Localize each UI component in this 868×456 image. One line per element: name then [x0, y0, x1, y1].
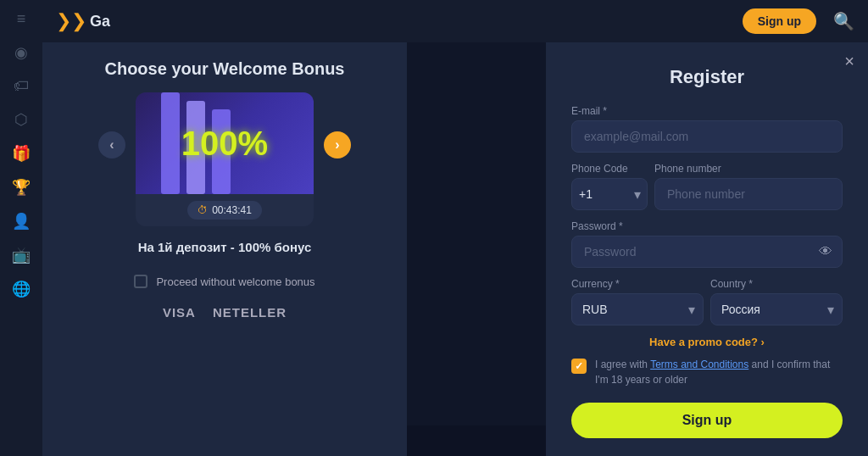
payment-logos: VISA NETELLER: [163, 305, 287, 320]
bonus-description: На 1й депозит - 100% бонус: [138, 240, 312, 254]
terms-text: I agree with Terms and Conditions and I …: [595, 357, 843, 387]
sidebar-casino-icon[interactable]: ⬡: [14, 110, 28, 129]
signup-button[interactable]: Sign up: [743, 8, 816, 34]
bonus-next-button[interactable]: ›: [324, 131, 351, 158]
bonus-prev-button[interactable]: ‹: [98, 131, 125, 158]
country-select-wrapper: Россия USA UK: [710, 293, 843, 325]
password-wrapper: 👁: [571, 236, 843, 268]
email-input[interactable]: [571, 120, 843, 153]
visa-logo: VISA: [163, 305, 196, 320]
password-input[interactable]: [571, 236, 843, 268]
sidebar: ≡ ◉ 🏷 ⬡ 🎁 🏆 👤 📺 🌐: [0, 0, 42, 456]
modal-close-button[interactable]: ×: [844, 53, 854, 70]
timer-value: 00:43:41: [212, 204, 252, 216]
sidebar-user-icon[interactable]: 👤: [12, 212, 31, 231]
proceed-row: Proceed without welcome bonus: [134, 275, 314, 288]
timer-icon: ⏱: [198, 204, 208, 216]
currency-label: Currency *: [571, 278, 704, 290]
register-modal: × Register E-mail * Phone Code +1 +7 +44: [546, 42, 868, 456]
register-modal-title: Register: [571, 66, 843, 88]
search-icon[interactable]: 🔍: [833, 11, 854, 31]
country-select[interactable]: Россия USA UK: [710, 293, 843, 325]
sidebar-gift-icon[interactable]: 🎁: [12, 144, 31, 163]
topbar: ❯❯ Ga Sign up 🔍: [42, 0, 868, 42]
sidebar-trophy-icon[interactable]: 🏆: [12, 178, 31, 197]
phone-number-input[interactable]: [654, 178, 843, 210]
phone-code-label: Phone Code: [571, 163, 648, 175]
terms-link[interactable]: Terms and Conditions: [650, 359, 748, 370]
proceed-label: Proceed without welcome bonus: [156, 275, 314, 288]
email-label: E-mail *: [571, 105, 843, 117]
sidebar-tv-icon[interactable]: 📺: [12, 246, 31, 264]
register-button[interactable]: Sign up: [571, 403, 843, 438]
currency-select-wrapper: RUB USD EUR: [571, 293, 704, 325]
password-group: Password * 👁: [571, 220, 843, 268]
phone-number-label: Phone number: [654, 163, 843, 175]
phone-code-select[interactable]: +1 +7 +44: [571, 178, 648, 210]
bonus-timer: ⏱ 00:43:41: [187, 201, 262, 220]
logo-waves-icon: ❯❯: [56, 10, 86, 32]
promo-code-link[interactable]: Have a promo code? ›: [571, 336, 843, 348]
password-label: Password *: [571, 220, 843, 232]
currency-select[interactable]: RUB USD EUR: [571, 293, 704, 325]
terms-checkbox[interactable]: ✓: [571, 359, 587, 374]
logo: ❯❯ Ga: [56, 10, 110, 32]
stripe-1: [161, 92, 180, 194]
country-label: Country *: [710, 278, 843, 290]
phone-code-wrapper: +1 +7 +44: [571, 178, 648, 210]
neteller-logo: NETELLER: [213, 305, 287, 320]
logo-text: Ga: [90, 13, 110, 31]
phone-group: Phone Code +1 +7 +44 Phone number: [571, 163, 843, 210]
bonus-panel-title: Choose your Welcome Bonus: [104, 59, 344, 79]
currency-country-group: Currency * RUB USD EUR Country * Россия …: [571, 278, 843, 325]
main-content: Choose your Welcome Bonus ‹ Selected ℹ 1…: [42, 42, 868, 456]
check-mark-icon: ✓: [575, 360, 583, 372]
bonus-panel: Choose your Welcome Bonus ‹ Selected ℹ 1…: [42, 42, 407, 456]
sidebar-home-icon[interactable]: ◉: [14, 43, 28, 62]
email-group: E-mail *: [571, 105, 843, 153]
sidebar-menu-icon[interactable]: ≡: [17, 10, 26, 28]
sidebar-flag-icon[interactable]: 🌐: [12, 280, 31, 298]
sidebar-tag-icon[interactable]: 🏷: [14, 77, 29, 95]
terms-row: ✓ I agree with Terms and Conditions and …: [571, 357, 843, 387]
proceed-checkbox[interactable]: [134, 275, 147, 288]
password-eye-icon[interactable]: 👁: [819, 244, 832, 259]
bonus-percent-text: 100%: [181, 125, 268, 163]
bonus-card: Selected ℹ 100% ⏱ 00:43:41: [136, 92, 314, 226]
bonus-card-visual: 100%: [136, 92, 314, 194]
